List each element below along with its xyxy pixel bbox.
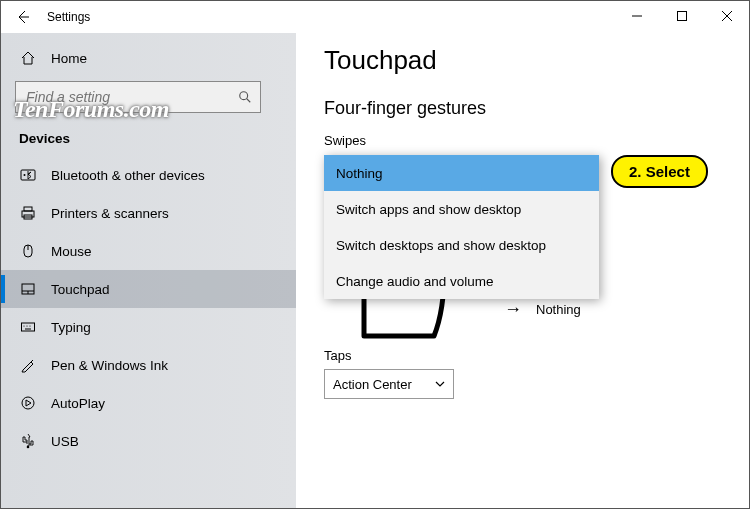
arrow-right-icon: → <box>504 300 522 318</box>
svg-rect-0 <box>677 12 686 21</box>
sidebar-item-label: Typing <box>51 320 91 335</box>
sidebar-item-bluetooth[interactable]: Bluetooth & other devices <box>1 156 296 194</box>
chevron-down-icon <box>435 379 445 389</box>
svg-point-3 <box>24 174 26 176</box>
autoplay-icon <box>19 394 37 412</box>
sidebar-item-label: USB <box>51 434 79 449</box>
sidebar-item-typing[interactable]: Typing <box>1 308 296 346</box>
sidebar-home-label: Home <box>51 51 87 66</box>
sidebar-item-label: AutoPlay <box>51 396 105 411</box>
dropdown-option-switch-desktops[interactable]: Switch desktops and show desktop <box>324 227 599 263</box>
svg-point-17 <box>22 397 34 409</box>
bluetooth-icon <box>19 166 37 184</box>
search-input[interactable] <box>15 81 261 113</box>
pen-icon <box>19 356 37 374</box>
sidebar-item-label: Touchpad <box>51 282 110 297</box>
sidebar-item-autoplay[interactable]: AutoPlay <box>1 384 296 422</box>
back-arrow-icon <box>15 9 31 25</box>
sidebar: TenForums.com Home Devices Bluetooth & o… <box>1 33 296 508</box>
swipes-dropdown[interactable]: Nothing Switch apps and show desktop Swi… <box>324 155 599 299</box>
swipes-label: Swipes <box>324 133 721 148</box>
svg-point-1 <box>240 92 248 100</box>
sidebar-item-mouse[interactable]: Mouse <box>1 232 296 270</box>
svg-point-15 <box>29 325 30 326</box>
sidebar-item-pen[interactable]: Pen & Windows Ink <box>1 346 296 384</box>
window-title: Settings <box>45 10 90 24</box>
swipe-right-value: Nothing <box>536 302 581 317</box>
usb-icon <box>19 432 37 450</box>
mouse-icon <box>19 242 37 260</box>
sidebar-item-touchpad[interactable]: Touchpad <box>1 270 296 308</box>
main-panel: Touchpad Four-finger gestures Swipes ↑ i… <box>296 33 749 508</box>
svg-rect-5 <box>24 207 32 211</box>
search-icon <box>238 90 252 104</box>
svg-point-18 <box>27 446 30 449</box>
svg-point-13 <box>23 325 24 326</box>
dropdown-option-audio[interactable]: Change audio and volume <box>324 263 599 299</box>
dropdown-option-nothing[interactable]: Nothing <box>324 155 599 191</box>
sidebar-section-header: Devices <box>1 115 296 156</box>
taps-label: Taps <box>324 348 721 363</box>
sidebar-item-label: Bluetooth & other devices <box>51 168 205 183</box>
svg-rect-12 <box>22 323 35 331</box>
annotation-callout: 2. Select <box>611 155 708 188</box>
back-button[interactable] <box>1 1 45 33</box>
sidebar-item-printers[interactable]: Printers & scanners <box>1 194 296 232</box>
sidebar-item-label: Mouse <box>51 244 92 259</box>
search-field[interactable] <box>24 88 238 106</box>
page-title: Touchpad <box>324 45 721 76</box>
printer-icon <box>19 204 37 222</box>
group-title: Four-finger gestures <box>324 98 721 119</box>
taps-value: Action Center <box>333 377 412 392</box>
sidebar-item-label: Pen & Windows Ink <box>51 358 168 373</box>
callout-text: 2. Select <box>611 155 708 188</box>
minimize-button[interactable] <box>614 1 659 31</box>
touchpad-icon <box>19 280 37 298</box>
taps-combobox[interactable]: Action Center <box>324 369 454 399</box>
sidebar-item-label: Printers & scanners <box>51 206 169 221</box>
close-button[interactable] <box>704 1 749 31</box>
dropdown-option-switch-apps[interactable]: Switch apps and show desktop <box>324 191 599 227</box>
sidebar-home[interactable]: Home <box>1 39 296 77</box>
swipe-right-row: → Nothing <box>504 300 581 318</box>
titlebar: Settings <box>1 1 749 33</box>
keyboard-icon <box>19 318 37 336</box>
sidebar-item-usb[interactable]: USB <box>1 422 296 460</box>
home-icon <box>19 49 37 67</box>
maximize-button[interactable] <box>659 1 704 31</box>
svg-point-14 <box>26 325 27 326</box>
